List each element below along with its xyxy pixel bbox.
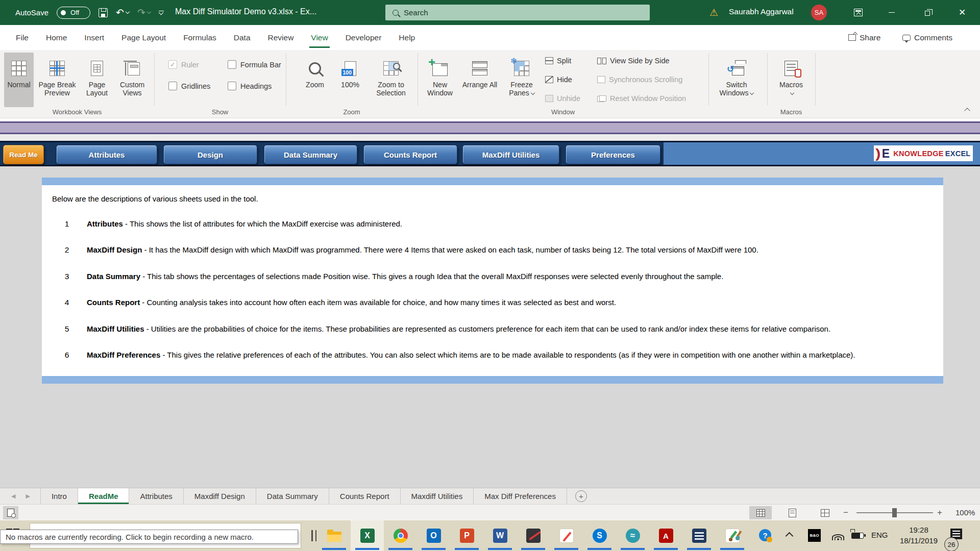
page-layout-view-button[interactable]: Page Layout [81, 53, 113, 107]
tab-formulas[interactable]: Formulas [175, 25, 225, 50]
avatar[interactable]: SA [811, 5, 827, 20]
search-input[interactable]: Search [385, 5, 650, 20]
tab-data[interactable]: Data [225, 25, 259, 50]
normal-view-button[interactable]: Normal [4, 53, 34, 107]
tray-chevron-up-icon[interactable] [786, 532, 794, 540]
restore-button[interactable] [916, 0, 939, 25]
share-button[interactable]: Share [848, 25, 880, 50]
comments-button[interactable]: Comments [902, 25, 952, 50]
nav-button-attributes[interactable]: Attributes [56, 145, 157, 164]
unhide-button[interactable]: Unhide [545, 94, 580, 103]
nav-button-counts-report[interactable]: Counts Report [363, 145, 457, 164]
zoom-100-button[interactable]: 100 100% [335, 53, 365, 107]
new-window-button[interactable]: + New Window [422, 53, 458, 107]
taskbar-app-waves[interactable]: ≈ [616, 520, 649, 551]
ribbon-display-options-button[interactable] [846, 0, 870, 25]
sheet-tab-maxdiff-utilities[interactable]: Maxdiff Utilities [401, 488, 474, 504]
new-sheet-button[interactable]: + [575, 490, 587, 502]
tab-developer[interactable]: Developer [337, 25, 390, 50]
custom-views-button[interactable]: Custom Views [114, 53, 150, 107]
wifi-icon[interactable] [831, 531, 845, 540]
autosave-toggle[interactable]: Off [57, 7, 90, 19]
help-tray-icon[interactable]: ? [759, 529, 771, 541]
split-button[interactable]: Split [545, 57, 571, 65]
nav-button-data-summary[interactable]: Data Summary [264, 145, 357, 164]
taskbar-app-excel[interactable]: X [351, 520, 384, 551]
clock[interactable]: 19:28 18/11/2019 [894, 524, 943, 546]
split-icon [545, 57, 553, 64]
nav-button-maxdiff-utilities[interactable]: MaxDiff Utilities [462, 145, 559, 164]
synchronous-scrolling-button[interactable]: Synchronous Scrolling [597, 76, 682, 84]
task-view-button[interactable] [311, 530, 316, 541]
close-button[interactable]: ✕ [950, 0, 974, 25]
save-icon[interactable] [99, 8, 108, 17]
zoom-slider-handle[interactable] [892, 508, 897, 517]
taskbar-app-file-explorer[interactable] [317, 520, 351, 551]
ruler-checkbox[interactable]: ✓ Ruler [168, 60, 199, 69]
tab-home[interactable]: Home [37, 25, 76, 50]
freeze-panes-button[interactable]: ❄ Freeze Panes [501, 53, 542, 107]
zoom-out-button[interactable]: − [843, 508, 848, 518]
undo-button[interactable]: ↶ [116, 7, 129, 18]
macros-button[interactable]: Macros [773, 53, 810, 107]
nav-button-design[interactable]: Design [163, 145, 257, 164]
reset-window-position-button[interactable]: Reset Window Position [597, 94, 686, 103]
sheet-tab-attributes[interactable]: Attributes [129, 488, 183, 504]
ribbon-tab-row: File Home Insert Page Layout Formulas Da… [0, 25, 980, 50]
taskbar-app-game[interactable] [517, 520, 550, 551]
taskbar-app-keys[interactable] [682, 520, 716, 551]
arrange-all-button[interactable]: Arrange All [461, 53, 498, 107]
battery-icon[interactable] [851, 533, 864, 539]
tab-page-layout[interactable]: Page Layout [113, 25, 175, 50]
zoom-in-button[interactable]: + [937, 508, 942, 518]
sheet-tab-data-summary[interactable]: Data Summary [256, 488, 329, 504]
taskbar-app-pen[interactable] [550, 520, 583, 551]
collapse-ribbon-button[interactable] [962, 106, 973, 114]
page-break-preview-button[interactable]: Page Break Preview [35, 53, 80, 107]
normal-view-status-button[interactable] [749, 506, 772, 519]
formula-bar-checkbox[interactable]: Formula Bar [228, 60, 281, 69]
tab-help[interactable]: Help [390, 25, 424, 50]
headings-checkbox[interactable]: Headings [228, 82, 272, 90]
tab-insert[interactable]: Insert [76, 25, 113, 50]
taskbar-app-chrome[interactable] [384, 520, 417, 551]
taskbar-app-powerpoint[interactable]: P [450, 520, 483, 551]
nav-button-preferences[interactable]: Preferences [566, 145, 660, 164]
zoom-to-selection-button[interactable]: Zoom to Selection [369, 53, 413, 107]
switch-windows-button[interactable]: ↺ Switch Windows [714, 53, 760, 107]
taskbar-app-acrobat[interactable]: A [649, 520, 682, 551]
page-layout-status-button[interactable] [781, 506, 803, 519]
gridlines-checkbox[interactable]: Gridlines [168, 82, 210, 90]
tab-view[interactable]: View [302, 25, 336, 50]
zoom-level[interactable]: 100% [955, 508, 975, 517]
language-indicator[interactable]: ENG [871, 531, 888, 539]
page-break-status-button[interactable] [814, 506, 836, 519]
sheet-tab-readme[interactable]: ReadMe [78, 488, 130, 504]
tab-review[interactable]: Review [259, 25, 303, 50]
sheet-tab-intro[interactable]: Intro [40, 488, 78, 504]
tab-file[interactable]: File [7, 25, 37, 50]
taskbar-app-skype[interactable]: S [583, 520, 616, 551]
brush-tray-icon[interactable] [734, 530, 744, 541]
sheet-tab-counts-report[interactable]: Counts Report [329, 488, 401, 504]
taskbar-app-outlook[interactable]: O [417, 520, 450, 551]
redo-button[interactable]: ↷ [137, 7, 151, 18]
sheet-scroll-right-icon[interactable]: ▶ [26, 493, 30, 499]
taskbar-app-word[interactable]: W [483, 520, 517, 551]
customize-quick-access-button[interactable] [159, 11, 164, 15]
sheet-tab-maxdiff-design[interactable]: Maxdiff Design [184, 488, 256, 504]
macro-record-icon [7, 509, 14, 517]
bo-audio-tray-icon[interactable]: B&O [808, 529, 821, 542]
zoom-button[interactable]: Zoom [299, 53, 331, 107]
nav-button-read-me[interactable]: Read Me [3, 145, 44, 164]
page-layout-icon [91, 61, 103, 76]
hide-button[interactable]: Hide [545, 76, 572, 84]
macro-record-button[interactable] [3, 506, 18, 519]
minimize-button[interactable] [880, 0, 903, 25]
user-name[interactable]: Saurabh Aggarwal [729, 7, 794, 16]
zoom-to-selection-icon [383, 61, 399, 76]
view-side-by-side-button[interactable]: View Side by Side [597, 57, 670, 65]
warning-icon[interactable]: ⚠ [709, 7, 718, 18]
sheet-scroll-left-icon[interactable]: ◀ [11, 493, 15, 499]
sheet-tab-max-diff-preferences[interactable]: Max Diff Preferences [474, 488, 567, 504]
